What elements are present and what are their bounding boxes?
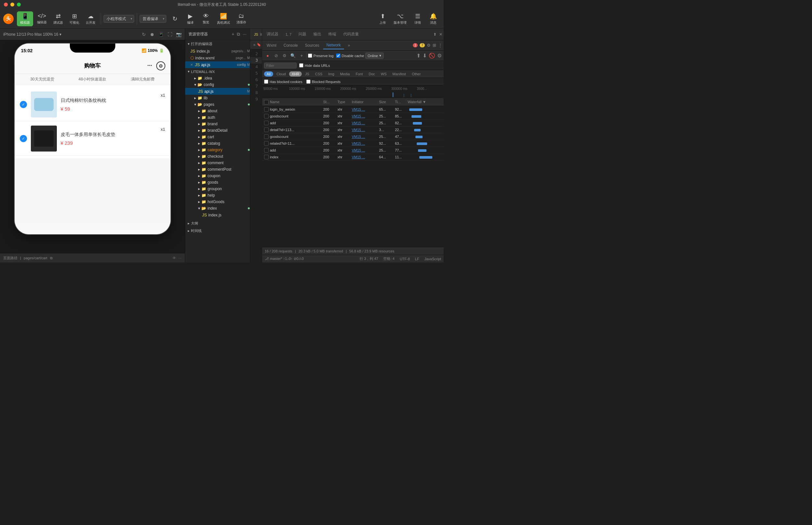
more-icon[interactable]: ···: [179, 256, 182, 260]
type-img[interactable]: Img: [326, 71, 337, 77]
search-button[interactable]: 🔍: [289, 52, 296, 59]
type-font[interactable]: Font: [353, 71, 365, 77]
folder-brand[interactable]: ▸ 📁 brand: [185, 121, 250, 127]
network-row[interactable]: goodscount 200 xhr VM15 ... 25... 85...: [262, 113, 444, 120]
record-button[interactable]: ●: [264, 52, 271, 59]
folder-checkout[interactable]: ▸ 📁 checkout: [185, 153, 250, 160]
type-xhr[interactable]: XHR: [289, 71, 302, 77]
settings-icon[interactable]: ⚙: [427, 43, 431, 48]
folder-cart[interactable]: ▸ 📁 cart: [185, 134, 250, 140]
translate-button[interactable]: ▶ 编译: [183, 11, 198, 26]
hide-data-urls-checkbox[interactable]: [299, 63, 303, 68]
col-type[interactable]: Type: [337, 100, 350, 104]
col-status[interactable]: St...: [323, 100, 336, 104]
clearcache-button[interactable]: 🗂 清缓存: [234, 11, 249, 26]
has-blocked-cookies-checkbox[interactable]: [264, 79, 268, 84]
detail-button[interactable]: ☰ 详情: [410, 11, 425, 26]
folder-idea[interactable]: ▸ 📁 .idea: [185, 75, 250, 81]
version-button[interactable]: ⌥ 版本管理: [391, 11, 409, 26]
has-blocked-cookies-label[interactable]: Has blocked cookies: [264, 79, 302, 84]
type-ws[interactable]: WS: [378, 71, 389, 77]
realdevice-button[interactable]: 📶 真机调试: [214, 11, 233, 26]
mode-dropdown[interactable]: 小程序模式: [104, 15, 134, 23]
col-size[interactable]: Size: [379, 100, 394, 104]
dock-icon[interactable]: ⊞: [433, 43, 436, 48]
debugger-button[interactable]: ⇄ 调试器: [51, 11, 66, 26]
tab-more[interactable]: »: [345, 42, 353, 49]
folder-branddetail[interactable]: ▸ 📁 brandDetail: [185, 127, 250, 134]
export-icon[interactable]: ⬇: [423, 52, 427, 59]
outline-header[interactable]: ▸ 大纲: [185, 220, 250, 227]
editor-button[interactable]: </> 编辑器: [34, 11, 49, 26]
device-info[interactable]: iPhone 12/13 Pro Max 100% 16 ▾: [3, 32, 61, 37]
phone-frame-icon[interactable]: 📱: [158, 32, 164, 37]
tab-wxml[interactable]: Wxml: [263, 42, 280, 49]
maximize-button[interactable]: [17, 3, 21, 6]
message-button[interactable]: 🔔 消息: [426, 11, 440, 26]
col-time[interactable]: Ti...: [395, 100, 406, 104]
visualizer-button[interactable]: ⊞ 可视化: [67, 11, 82, 26]
network-row[interactable]: index 200 xhr VM15 ... 64... 11...: [262, 154, 444, 161]
close-icon[interactable]: ✕: [190, 63, 193, 66]
compile-dropdown[interactable]: 普通编译: [140, 15, 166, 23]
cart-checkbox-2[interactable]: ✓: [20, 135, 27, 142]
tab-code-quality[interactable]: 代码质量: [340, 30, 362, 38]
type-all[interactable]: All: [264, 71, 273, 77]
row-checkbox[interactable]: [264, 121, 269, 125]
type-other[interactable]: Other: [409, 71, 423, 77]
folder-coupon[interactable]: ▸ 📁 coupon: [185, 172, 250, 179]
nav-dots[interactable]: ···: [147, 62, 152, 69]
open-editors-header[interactable]: ▾ 打开的编辑器: [185, 40, 250, 48]
maximize-panel-icon[interactable]: ⬆: [433, 32, 436, 37]
col-initiator[interactable]: Initiator: [352, 100, 378, 104]
type-manifest[interactable]: Manifest: [390, 71, 409, 77]
disable-cache-checkbox[interactable]: [336, 54, 340, 58]
folder-pages[interactable]: ▾ 📂 pages: [185, 101, 250, 108]
type-media[interactable]: Media: [337, 71, 352, 77]
cloud-button[interactable]: ☁ 云开发: [83, 11, 98, 26]
new-file-icon[interactable]: +: [232, 31, 234, 37]
folder-lib[interactable]: ▸ 📁 lib: [185, 95, 250, 101]
blocked-requests-checkbox[interactable]: [306, 79, 310, 84]
more-options-icon[interactable]: ···: [243, 31, 247, 37]
simulator-button[interactable]: 📱 模拟器: [17, 11, 33, 26]
tab-debugger[interactable]: 调试器: [263, 30, 281, 38]
rotate-icon[interactable]: ↻: [142, 32, 146, 37]
editor-content[interactable]: 2 // 本机开发使用的时候 3 var WxApiRoot = 'http:/…: [250, 49, 262, 262]
folder-catalog[interactable]: ▸ 📁 catalog: [185, 140, 250, 147]
copy-icon[interactable]: ⧉: [50, 256, 53, 260]
tab-sources[interactable]: Sources: [302, 42, 322, 49]
folder-comment[interactable]: ▸ 📁 comment: [185, 160, 250, 166]
file-index-js[interactable]: JS index.js: [185, 212, 250, 219]
network-row[interactable]: detail?id=113... 200 xhr VM15 ... 3... 2…: [262, 126, 444, 133]
row-checkbox[interactable]: [264, 107, 269, 111]
clear-icon[interactable]: 🚫: [429, 52, 435, 59]
new-folder-icon[interactable]: ⧉: [237, 31, 240, 37]
timeline-header[interactable]: ▸ 时间线: [185, 227, 250, 235]
preserve-log-checkbox[interactable]: [308, 54, 312, 58]
row-checkbox[interactable]: [264, 155, 269, 159]
col-waterfall[interactable]: Waterfall ▼: [408, 100, 442, 104]
nav-circle[interactable]: ⊙: [156, 61, 165, 71]
filter-toggle-button[interactable]: ⚙: [281, 52, 288, 59]
preserve-log-label[interactable]: Preserve log: [308, 54, 334, 58]
online-dropdown[interactable]: Online ▾: [365, 52, 383, 59]
folder-config[interactable]: ▾ 📂 config: [185, 81, 250, 88]
preview-button[interactable]: 👁 预览: [199, 11, 213, 26]
file-api-js[interactable]: JS api.js M: [185, 88, 250, 95]
settings-2-icon[interactable]: ⚙: [437, 52, 442, 59]
tab-network[interactable]: Network: [323, 42, 344, 49]
breadcrumb-list-icon[interactable]: ≡: [253, 43, 255, 47]
blocked-requests-label[interactable]: Blocked Requests: [306, 79, 341, 84]
row-checkbox[interactable]: [264, 148, 269, 152]
network-row[interactable]: goodscount 200 xhr VM15 ... 25... 47...: [262, 133, 444, 140]
col-name[interactable]: Name: [270, 100, 322, 104]
network-row[interactable]: add 200 xhr VM15 ... 25... 77...: [262, 147, 444, 154]
import-icon[interactable]: ⬆: [416, 52, 421, 59]
folder-auth[interactable]: ▸ 📁 auth: [185, 114, 250, 121]
folder-hotgoods[interactable]: ▸ 📁 hotGoods: [185, 198, 250, 205]
more-icon[interactable]: ⋮: [438, 43, 443, 48]
disable-cache-label[interactable]: Disable cache: [336, 54, 364, 58]
type-cloud[interactable]: Cloud: [274, 71, 288, 77]
open-file-api-js[interactable]: ✕ JS api.js config M: [185, 61, 250, 68]
